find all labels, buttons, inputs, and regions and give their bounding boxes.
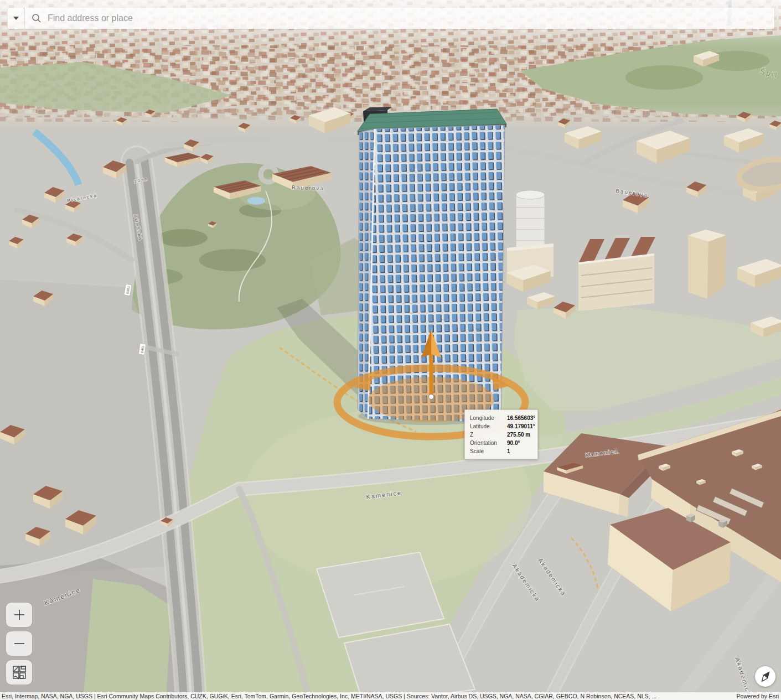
compass-reset-button[interactable]	[755, 666, 775, 687]
basemap-gallery-button[interactable]	[6, 660, 32, 685]
tooltip-label: Z	[470, 432, 507, 438]
zoom-out-button[interactable]	[6, 631, 32, 656]
tooltip-row: Longitude 16.565603°	[470, 414, 533, 422]
tooltip-value: 275.50 m	[507, 432, 530, 438]
tooltip-value: 90.0°	[507, 440, 520, 446]
tooltip-value: 16.565603°	[507, 415, 535, 421]
scene-viewer-app: Kamenice Kamenice Kamenica Akademická Ak…	[0, 0, 781, 700]
plus-icon	[13, 609, 25, 621]
basemap-tiles-icon	[12, 665, 27, 680]
search-input[interactable]	[42, 13, 774, 24]
search-icon	[32, 13, 42, 23]
tooltip-row: Scale 1	[470, 447, 533, 455]
tooltip-label: Longitude	[470, 415, 507, 421]
tooltip-row: Latitude 49.179011°	[470, 422, 533, 431]
attribution-sources: Esri, Intermap, NASA, NGA, USGS | Esri C…	[2, 693, 656, 699]
tooltip-value: 1	[507, 448, 510, 454]
road-label: Bauerova	[292, 184, 324, 191]
tall-cream-tower	[688, 230, 726, 299]
manipulator-tooltip: Longitude 16.565603° Latitude 49.179011°…	[464, 409, 538, 459]
tooltip-label: Orientation	[470, 440, 507, 446]
map-3d-scene[interactable]: Kamenice Kamenice Kamenica Akademická Ak…	[0, 0, 781, 700]
tooltip-row: Orientation 90.0°	[470, 439, 533, 447]
route-shield: E461	[138, 343, 146, 355]
attribution-bar: Esri, Intermap, NASA, NGA, USGS | Esri C…	[0, 692, 781, 700]
compass-needle-icon	[758, 670, 773, 684]
pond	[247, 197, 265, 205]
zoom-in-button[interactable]	[6, 603, 32, 627]
minus-icon	[13, 637, 25, 650]
sawtooth-building	[578, 237, 655, 311]
powered-by-esri: Powered by Esri	[725, 693, 779, 699]
search-bar	[8, 8, 774, 29]
tooltip-label: Scale	[470, 448, 507, 454]
search-dropdown-button[interactable]	[8, 8, 24, 29]
anchor-point[interactable]	[429, 395, 434, 400]
tooltip-label: Latitude	[470, 423, 507, 429]
tooltip-row: Z 275.50 m	[470, 431, 533, 439]
chevron-down-icon	[13, 17, 19, 20]
tooltip-value: 49.179011°	[507, 423, 535, 429]
